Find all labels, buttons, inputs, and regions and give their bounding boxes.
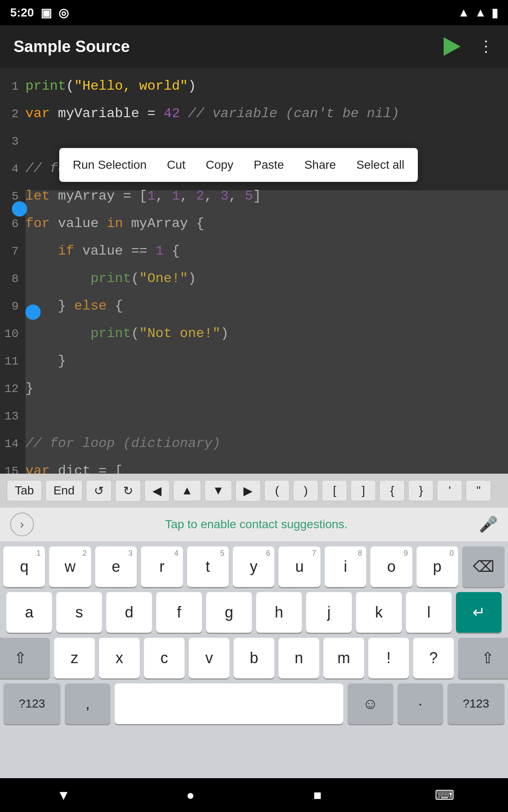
page-title: Sample Source (14, 38, 130, 56)
paste-button[interactable]: Paste (243, 148, 294, 182)
key-t[interactable]: 5t (187, 546, 229, 587)
key-z[interactable]: z (54, 638, 95, 678)
play-icon (444, 37, 461, 56)
key-c[interactable]: c (144, 638, 185, 678)
code-line-1: 1 print("Hello, world") (0, 73, 508, 100)
key-j[interactable]: j (306, 592, 352, 633)
run-selection-button[interactable]: Run Selection (63, 148, 157, 182)
code-line-2: 2 var myVariable = 42 // variable (can't… (0, 100, 508, 128)
status-bar-right: ▲ ▲ ▮ (458, 6, 498, 20)
keyboard: 1q 2w 3e 4r 5t 6y 7u 8i 9o 0p ⌫ a s d f … (0, 541, 508, 778)
back-button[interactable]: ▼ (47, 778, 80, 812)
double-quote-key[interactable]: " (466, 480, 491, 501)
symbols-left-key[interactable]: ?123 (3, 683, 61, 724)
key-f[interactable]: f (156, 592, 202, 633)
run-button[interactable] (439, 34, 465, 59)
title-actions: ⋮ (439, 34, 494, 59)
key-i[interactable]: 8i (325, 546, 366, 587)
code-editor[interactable]: Run Selection Cut Copy Paste Share Selec… (0, 68, 508, 474)
arrow-right-key[interactable]: ▶ (235, 480, 261, 502)
key-n[interactable]: n (279, 638, 319, 678)
key-p[interactable]: 0p (417, 546, 458, 587)
key-e[interactable]: 3e (95, 546, 137, 587)
shift-right-key[interactable]: ⇧ (458, 638, 508, 678)
code-content[interactable]: 1 print("Hello, world") 2 var myVariable… (0, 68, 508, 474)
key-b[interactable]: b (234, 638, 274, 678)
code-line-7: 7 if value == 1 { (0, 238, 508, 265)
arrow-down-key[interactable]: ▼ (204, 480, 232, 501)
key-s[interactable]: s (56, 592, 102, 633)
undo-key[interactable]: ↺ (86, 480, 112, 502)
comma-key[interactable]: , (65, 683, 110, 724)
key-w[interactable]: 2w (49, 546, 91, 587)
arrow-up-key[interactable]: ▲ (173, 480, 201, 501)
key-h[interactable]: h (256, 592, 302, 633)
symbols-right-key[interactable]: ?123 (447, 683, 505, 724)
bottom-nav: ▼ ● ■ ⌨ (0, 778, 508, 812)
period-key[interactable]: · (398, 683, 443, 724)
more-button[interactable]: ⋮ (478, 38, 494, 55)
shift-left-key[interactable]: ⇧ (0, 638, 50, 678)
key-exclaim[interactable]: ! (368, 638, 409, 678)
key-v[interactable]: v (189, 638, 229, 678)
key-d[interactable]: d (106, 592, 152, 633)
code-line-13: 13 (0, 403, 508, 430)
key-k[interactable]: k (356, 592, 402, 633)
wifi-icon: ▲ (458, 6, 470, 19)
code-line-10: 10 print("Not one!") (0, 320, 508, 348)
open-bracket-key[interactable]: [ (322, 480, 347, 501)
key-l[interactable]: l (406, 592, 452, 633)
status-bar-left: 5:20 ▣ ◎ (10, 6, 69, 20)
backspace-key[interactable]: ⌫ (462, 546, 505, 587)
time-display: 5:20 (10, 6, 34, 19)
emoji-key[interactable]: ☺ (348, 683, 393, 724)
key-o[interactable]: 9o (370, 546, 412, 587)
code-line-15: 15 var dict = [ (0, 458, 508, 474)
copy-button[interactable]: Copy (196, 148, 243, 182)
cut-button[interactable]: Cut (157, 148, 196, 182)
suggestion-expand-button[interactable]: › (10, 513, 34, 536)
sim-icon: ▣ (41, 6, 52, 20)
key-x[interactable]: x (99, 638, 140, 678)
key-y[interactable]: 6y (233, 546, 274, 587)
key-m[interactable]: m (323, 638, 364, 678)
open-paren-key[interactable]: ( (264, 480, 290, 501)
suggestion-bar: › Tap to enable contact suggestions. 🎤 (0, 508, 508, 541)
status-bar: 5:20 ▣ ◎ ▲ ▲ ▮ (0, 0, 508, 25)
code-line-8: 8 print("One!") (0, 265, 508, 293)
home-button[interactable]: ● (174, 778, 207, 812)
at-icon: ◎ (58, 6, 69, 20)
share-button[interactable]: Share (294, 148, 346, 182)
redo-key[interactable]: ↻ (115, 480, 141, 502)
space-key[interactable] (115, 683, 343, 724)
open-brace-key[interactable]: { (379, 480, 405, 501)
key-q[interactable]: 1q (3, 546, 45, 587)
code-line-5: 5 let myArray = [1, 1, 2, 3, 5] (0, 183, 508, 210)
microphone-icon[interactable]: 🎤 (479, 516, 498, 533)
key-u[interactable]: 7u (279, 546, 320, 587)
context-menu: Run Selection Cut Copy Paste Share Selec… (59, 148, 418, 182)
close-paren-key[interactable]: ) (293, 480, 318, 501)
selection-handle-end[interactable] (25, 304, 41, 320)
key-question[interactable]: ? (413, 638, 454, 678)
single-quote-key[interactable]: ' (437, 480, 462, 501)
keyboard-toolbar: Tab End ↺ ↻ ◀ ▲ ▼ ▶ ( ) [ ] { } ' " (0, 474, 508, 508)
select-all-button[interactable]: Select all (346, 148, 415, 182)
recents-button[interactable]: ■ (301, 778, 334, 812)
enter-key[interactable]: ↵ (456, 592, 502, 633)
keyboard-switch-button[interactable]: ⌨ (428, 778, 461, 812)
close-brace-key[interactable]: } (408, 480, 433, 501)
tab-key[interactable]: Tab (7, 480, 42, 501)
battery-icon: ▮ (491, 6, 498, 20)
suggestion-text: Tap to enable contact suggestions. (34, 518, 479, 531)
key-r[interactable]: 4r (141, 546, 182, 587)
key-g[interactable]: g (206, 592, 252, 633)
selection-handle-start[interactable] (12, 201, 27, 217)
end-key[interactable]: End (45, 480, 83, 501)
arrow-left-key[interactable]: ◀ (144, 480, 170, 502)
key-a[interactable]: a (6, 592, 52, 633)
keyboard-row-2: a s d f g h j k l ↵ (3, 592, 505, 633)
code-line-6: 6 for value in myArray { (0, 210, 508, 238)
close-bracket-key[interactable]: ] (351, 480, 376, 501)
keyboard-row-3: ⇧ z x c v b n m ! ? ⇧ (3, 638, 505, 678)
